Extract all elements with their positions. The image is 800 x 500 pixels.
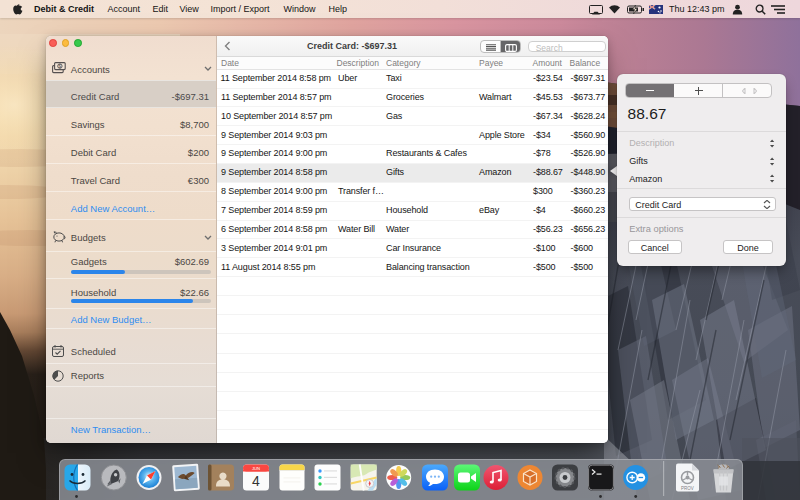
svg-text:$: $	[58, 64, 61, 69]
svg-text:JUN: JUN	[252, 466, 260, 471]
svg-text:PROV: PROV	[681, 486, 694, 491]
svg-text:4: 4	[252, 473, 260, 489]
